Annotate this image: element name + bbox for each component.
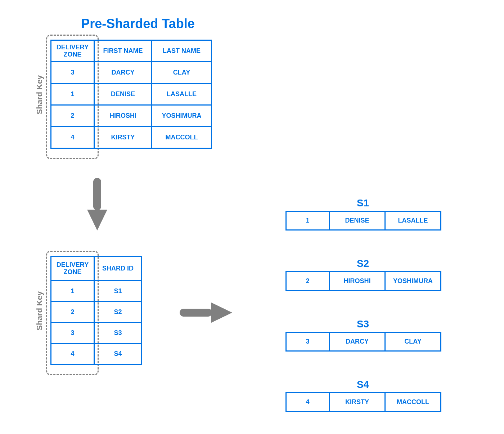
table-header-row: DELIVERY ZONE FIRST NAME LAST NAME [51,40,212,62]
shard-title: S2 [285,258,440,269]
cell-first: DENISE [94,84,152,105]
cell-zone: 1 [51,84,94,105]
table-row: 2 HIROSHI YOSHIMURA [286,272,441,291]
cell-first: KIRSTY [329,393,385,412]
table-row: 4 KIRSTY MACCOLL [51,127,212,148]
lookup-table: DELIVERY ZONE SHARD ID 1 S1 2 S2 3 S3 4 … [50,256,142,365]
shard-table: 3 DARCY CLAY [285,332,441,352]
cell-shard: S3 [94,323,142,344]
cell-zone: 3 [286,332,329,351]
cell-zone: 2 [51,105,94,127]
cell-first: HIROSHI [329,272,385,291]
table-header-row: DELIVERY ZONE SHARD ID [51,256,142,281]
table-row: 3 DARCY CLAY [51,62,212,84]
cell-shard: S1 [94,281,142,302]
col-header-first-name: FIRST NAME [94,40,152,62]
col-header-last-name: LAST NAME [152,40,212,62]
svg-marker-1 [87,210,107,231]
arrow-right-icon [178,303,232,323]
shard-table: 1 DENISE LASALLE [285,211,441,231]
cell-zone: 1 [286,211,329,230]
table-row: 2 S2 [51,302,142,323]
col-header-shard-id: SHARD ID [94,256,142,281]
col-header-delivery-zone: DELIVERY ZONE [51,40,94,62]
table-row: 1 DENISE LASALLE [51,84,212,105]
cell-last: MACCOLL [152,127,212,148]
cell-shard: S2 [94,302,142,323]
shard-title: S4 [285,379,440,390]
table-row: 4 S4 [51,344,142,364]
cell-zone: 2 [286,272,329,291]
shard-title: S1 [285,197,440,209]
table-row: 1 S1 [51,281,142,302]
pre-sharded-table: DELIVERY ZONE FIRST NAME LAST NAME 3 DAR… [50,40,212,149]
svg-rect-0 [93,178,101,210]
shard-key-label-bottom: Shard Key [35,289,44,332]
svg-marker-3 [211,303,232,323]
cell-zone: 4 [286,393,329,412]
cell-first: HIROSHI [94,105,152,127]
cell-zone: 2 [51,302,94,323]
diagram-canvas: Pre-Sharded Table Shard Key DELIVERY ZON… [0,0,504,434]
cell-zone: 3 [51,62,94,84]
shard-key-label-top: Shard Key [35,73,44,116]
shard-title: S3 [285,318,440,330]
cell-last: LASALLE [152,84,212,105]
cell-zone: 4 [51,344,94,364]
arrow-down-icon [87,176,107,231]
cell-last: CLAY [385,332,441,351]
cell-zone: 4 [51,127,94,148]
table-row: 3 DARCY CLAY [286,332,441,351]
cell-first: DENISE [329,211,385,230]
cell-zone: 3 [51,323,94,344]
cell-last: MACCOLL [385,393,441,412]
svg-rect-2 [180,309,212,317]
cell-last: LASALLE [385,211,441,230]
table-row: 3 S3 [51,323,142,344]
cell-zone: 1 [51,281,94,302]
table-row: 2 HIROSHI YOSHIMURA [51,105,212,127]
cell-first: DARCY [329,332,385,351]
page-title: Pre-Sharded Table [65,16,211,31]
cell-shard: S4 [94,344,142,364]
table-row: 1 DENISE LASALLE [286,211,441,230]
cell-first: DARCY [94,62,152,84]
table-row: 4 KIRSTY MACCOLL [286,393,441,412]
col-header-delivery-zone: DELIVERY ZONE [51,256,94,281]
cell-last: CLAY [152,62,212,84]
cell-last: YOSHIMURA [152,105,212,127]
cell-last: YOSHIMURA [385,272,441,291]
cell-first: KIRSTY [94,127,152,148]
shard-table: 2 HIROSHI YOSHIMURA [285,271,441,291]
shard-table: 4 KIRSTY MACCOLL [285,392,441,412]
